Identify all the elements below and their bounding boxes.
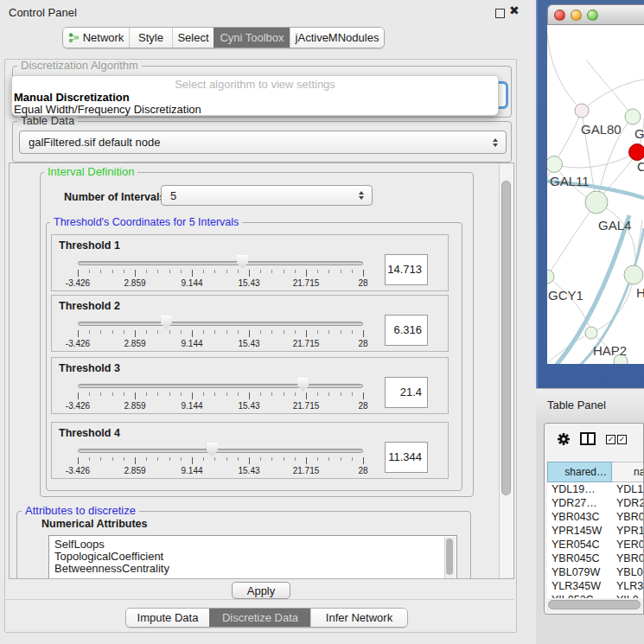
list-scrollbar[interactable] [444,537,456,579]
cell-name: YBR0 [616,552,644,565]
slider-tick [157,330,158,334]
table-horizontal-scrollbar[interactable] [547,599,642,610]
settings-scrollbar[interactable] [499,164,514,577]
table-row[interactable]: YLR345WYLR3 [547,579,644,593]
threshold-panel-2: Threshold 2-3.4262.8599.14415.4321.71528… [51,295,449,352]
minimize-traffic-light-icon[interactable] [571,10,582,21]
threshold-value-field[interactable]: 14.713 [385,254,428,285]
table-row[interactable]: YER054CYER0 [547,538,644,552]
slider-tick [317,330,318,334]
number-of-intervals-combobox[interactable]: 5 [161,185,373,206]
slider-tick [169,457,170,461]
slider-thumb[interactable] [297,378,309,392]
combo-stepper-icon[interactable] [493,138,498,147]
slider-thumb[interactable] [207,443,218,456]
checkbox-checked-icon[interactable]: ✓ [617,435,627,444]
tab-discretize-data[interactable]: Discretize Data [209,609,310,627]
slider-tick [214,330,215,334]
column-header-shared-name[interactable]: shared… [547,462,612,482]
numerical-attributes-label: Numerical Attributes [41,518,147,530]
slider-track[interactable] [78,449,363,453]
slider-tick-label: -3.426 [66,466,90,475]
table-panel-titlebar: Table Panel [536,388,644,419]
column-header-name[interactable]: na [612,462,644,482]
slider-tick [112,270,113,273]
cell-name: YDL1 [616,482,643,496]
slider-tick [271,270,272,273]
threshold-value-field[interactable]: 21.4 [385,377,428,408]
cell-name: YDR2 [616,496,644,510]
dropdown-option-manual-discretization[interactable]: Manual Discretization [14,91,130,104]
network-window-titlebar[interactable] [547,4,644,25]
slider-tick [238,270,239,273]
gear-icon[interactable] [557,432,571,446]
table-row[interactable]: YBL079WYBL0 [547,565,644,579]
slider-tick [124,270,124,273]
combo-stepper-icon[interactable] [359,191,364,200]
table-row[interactable]: YBR045CYBR0 [547,552,644,565]
slider-tick-labels: -3.4262.8599.14415.4321.71528 [78,401,363,411]
network-node-ga[interactable] [625,109,641,124]
float-window-icon[interactable] [495,9,505,18]
tab-label: Discretize Data [222,611,298,624]
table-row[interactable]: YPR145WYPR1 [547,524,644,538]
tab-infer-network[interactable]: Infer Network [310,609,407,627]
panel-divider [5,599,514,600]
network-node-h[interactable] [624,265,643,284]
zoom-traffic-light-icon[interactable] [587,10,598,21]
numerical-attributes-list[interactable]: SelfLoopsTopologicalCoefficientBetweenne… [48,535,457,579]
interval-definition-title: Interval Definition [44,166,137,178]
network-node-gal11[interactable] [547,156,563,173]
network-node-gal80[interactable] [575,104,589,118]
table-data-combobox[interactable]: galFiltered.sif default node [19,131,507,154]
dropdown-option-equal-width-frequency[interactable]: Equal Width/Frequency Discretization [14,103,201,116]
slider-tick [341,330,341,334]
tab-style[interactable]: Style [129,28,172,48]
table-row[interactable]: YDL19…YDL1 [547,482,644,496]
cell-name: YBR0 [616,510,644,524]
thresholds-group-title: Threshold's Coordinates for 5 Intervals [50,216,242,228]
table-row[interactable]: YBR043CYBR0 [547,510,644,524]
network-node-hap2[interactable] [585,327,597,339]
network-node-c[interactable] [629,144,644,161]
tab-select[interactable]: Select [172,28,214,48]
checkbox-checked-icon[interactable]: ✓ [606,435,615,444]
threshold-value-field[interactable]: 11.344 [385,442,428,473]
table-row[interactable]: YDR27…YDR2 [547,496,644,510]
slider-tick-label: 2.859 [124,401,145,411]
tab-jactivemnodules[interactable]: jActiveMNodules [290,28,384,48]
tab-impute-data[interactable]: Impute Data [126,609,209,627]
network-node-gal4[interactable] [585,191,608,214]
attribute-item[interactable]: BetweennessCentrality [49,563,456,575]
table-horizontal-scrollbar-thumb[interactable] [548,600,641,609]
threshold-value-field[interactable]: 6.316 [385,315,428,346]
apply-button[interactable]: Apply [232,582,290,599]
tab-network[interactable]: Network [63,28,129,48]
network-canvas[interactable]: GAL80GACGAL11GAL4GCY1HHAP2 [547,25,644,364]
tab-label: jActiveMNodules [296,31,379,44]
attribute-item[interactable]: TopologicalCoefficient [49,551,456,563]
slider-tick [363,330,364,337]
close-traffic-light-icon[interactable] [554,10,565,21]
slider-ticks [78,457,363,465]
threshold-label: Threshold 1 [59,239,120,252]
list-scrollbar-thumb[interactable] [446,539,453,575]
slider-thumb[interactable] [237,255,248,269]
slider-thumb[interactable] [161,316,172,329]
settings-scrollbar-thumb[interactable] [501,181,511,495]
network-edge [554,152,637,168]
slider-tick [226,457,227,461]
slider-tick [363,457,364,464]
settings-scroll-viewport: Interval Definition Number of Intervals … [9,163,514,579]
cell-name: YPR1 [616,524,644,538]
attribute-item[interactable]: SelfLoops [49,539,456,551]
split-columns-icon[interactable] [580,432,596,445]
cell-shared-name: YDL19… [552,482,596,496]
slider-track[interactable] [78,322,363,326]
slider-tick [214,270,215,273]
close-icon[interactable]: ✖ [509,3,520,17]
slider-track[interactable] [78,384,363,388]
table-row[interactable]: YIL052CYIL0 [547,593,644,598]
slider-track[interactable] [78,261,363,265]
tab-cyni-toolbox[interactable]: Cyni Toolbox [214,28,290,48]
